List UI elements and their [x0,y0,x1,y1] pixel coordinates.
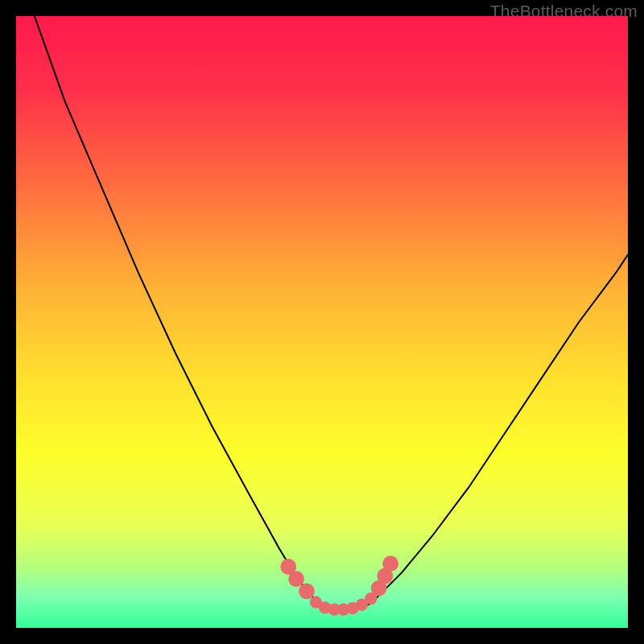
plot-area [16,16,628,628]
chart-container: TheBottleneck.com [0,0,644,644]
valley-marker [299,584,315,600]
valley-markers [280,555,398,615]
valley-marker [288,571,304,587]
curve-layer [16,16,628,628]
bottleneck-curve [35,16,628,609]
valley-marker [382,555,398,572]
